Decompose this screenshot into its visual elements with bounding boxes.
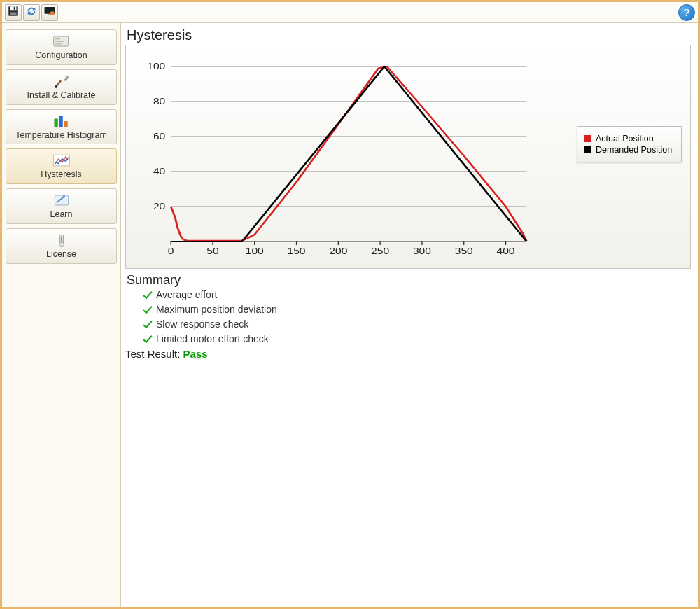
test-result: Test Result: Pass — [125, 348, 691, 360]
refresh-icon — [25, 5, 38, 20]
sidebar: Configuration Install & Calibrate Temper… — [2, 23, 121, 607]
svg-point-7 — [50, 11, 55, 15]
monitor-button[interactable] — [41, 4, 58, 21]
legend-swatch-icon — [584, 135, 592, 142]
sidebar-item-temperature-histogram[interactable]: Temperature Histogram — [6, 109, 117, 145]
learn-icon — [52, 192, 71, 209]
license-icon — [52, 232, 71, 248]
chart-title: Hysteresis — [127, 27, 691, 43]
svg-rect-15 — [59, 115, 62, 127]
summary-list: Average effort Maximum position deviatio… — [142, 288, 691, 346]
svg-text:150: 150 — [287, 246, 305, 256]
legend-item-demanded: Demanded Position — [584, 145, 674, 155]
svg-text:100: 100 — [246, 246, 264, 256]
refresh-button[interactable] — [23, 4, 40, 21]
svg-rect-10 — [55, 41, 64, 42]
svg-rect-9 — [55, 38, 60, 40]
legend-swatch-icon — [584, 146, 592, 153]
svg-text:200: 200 — [329, 246, 347, 256]
main-panel: Hysteresis 20406080100050100150200250300… — [121, 23, 698, 607]
chart-card: 20406080100050100150200250300350400 Actu… — [125, 45, 691, 269]
svg-rect-14 — [54, 118, 57, 127]
svg-rect-11 — [55, 43, 62, 45]
svg-rect-1 — [10, 6, 17, 10]
svg-point-19 — [62, 195, 65, 198]
svg-text:80: 80 — [153, 97, 166, 106]
svg-text:250: 250 — [371, 246, 389, 256]
summary-item: Maximum position deviation — [142, 302, 691, 317]
check-icon — [142, 304, 153, 316]
svg-text:400: 400 — [496, 246, 514, 256]
legend-item-actual: Actual Position — [584, 134, 674, 144]
floppy-icon — [7, 5, 20, 20]
sidebar-item-install-calibrate[interactable]: Install & Calibrate — [6, 69, 117, 105]
question-icon: ? — [683, 6, 690, 18]
svg-text:0: 0 — [168, 246, 174, 256]
svg-rect-2 — [14, 7, 15, 10]
svg-rect-3 — [10, 13, 17, 16]
legend-label: Actual Position — [596, 134, 654, 144]
summary-item: Slow response check — [142, 317, 691, 332]
svg-text:300: 300 — [413, 246, 431, 256]
summary-item: Limited motor effort check — [142, 332, 691, 346]
svg-text:20: 20 — [153, 202, 166, 211]
svg-text:50: 50 — [206, 246, 219, 256]
sidebar-item-label: Temperature Histogram — [15, 131, 107, 141]
svg-rect-17 — [53, 155, 69, 166]
summary-item: Average effort — [142, 288, 691, 302]
summary-item-label: Slow response check — [156, 317, 248, 332]
check-icon — [142, 319, 153, 330]
svg-rect-18 — [55, 195, 68, 205]
sidebar-item-learn[interactable]: Learn — [6, 188, 117, 224]
svg-text:60: 60 — [153, 132, 166, 141]
check-icon — [142, 290, 153, 301]
summary-title: Summary — [127, 273, 691, 288]
summary-item-label: Average effort — [156, 288, 217, 302]
sidebar-item-label: License — [46, 250, 76, 260]
sidebar-item-license[interactable]: License — [6, 228, 117, 264]
legend-label: Demanded Position — [596, 145, 672, 155]
chart-legend: Actual Position Demanded Position — [577, 126, 682, 162]
save-button[interactable] — [5, 4, 22, 21]
tools-icon — [52, 73, 71, 90]
top-toolbar: ? — [2, 2, 698, 23]
monitor-icon — [43, 5, 56, 20]
histogram-icon — [52, 113, 71, 130]
svg-point-13 — [65, 75, 68, 78]
sidebar-item-label: Configuration — [35, 51, 87, 61]
svg-point-21 — [59, 241, 64, 246]
help-button[interactable]: ? — [678, 4, 695, 21]
svg-text:40: 40 — [153, 167, 166, 176]
svg-rect-22 — [61, 237, 62, 241]
summary-item-label: Maximum position deviation — [156, 302, 277, 317]
sidebar-item-label: Hysteresis — [41, 170, 81, 180]
test-result-label: Test Result: — [125, 348, 180, 360]
sidebar-item-label: Learn — [50, 210, 73, 220]
configuration-icon — [52, 33, 71, 50]
summary-item-label: Limited motor effort check — [156, 332, 269, 346]
app-window: ? Configuration Install & Calibrate — [0, 0, 700, 609]
svg-text:350: 350 — [455, 246, 473, 256]
svg-rect-16 — [64, 121, 67, 127]
sidebar-item-configuration[interactable]: Configuration — [6, 29, 117, 65]
check-icon — [142, 334, 153, 345]
sidebar-item-label: Install & Calibrate — [27, 91, 96, 101]
test-result-value: Pass — [183, 348, 208, 360]
line-chart-icon — [52, 152, 71, 169]
sidebar-item-hysteresis[interactable]: Hysteresis — [6, 148, 117, 184]
svg-text:100: 100 — [147, 62, 165, 71]
